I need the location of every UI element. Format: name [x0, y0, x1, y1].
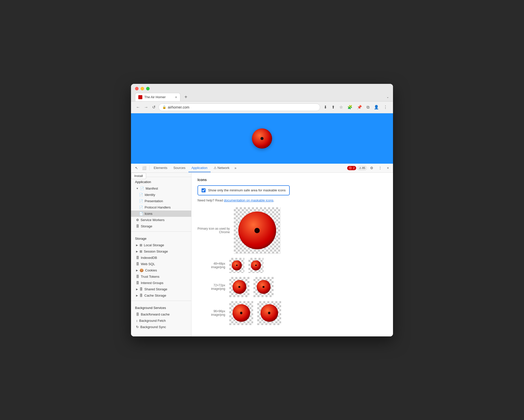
shared-storage-label: Shared Storage [144, 287, 167, 291]
forward-button[interactable]: → [143, 104, 149, 111]
icon-72-label: 72×72px image/png [198, 284, 225, 291]
icon-96-preview-2 [257, 301, 281, 325]
extension-icon-button[interactable]: 🧩 [346, 104, 354, 111]
icon-row-48: 48×48px image/png [198, 258, 387, 273]
icon-48-label: 48×48px image/png [198, 262, 225, 269]
url-text: airhorner.com [168, 105, 189, 109]
share-icon-button[interactable]: ⬆ [330, 104, 336, 111]
main-panel: Icons Show only the minimum safe area fo… [191, 173, 393, 336]
browser-tab[interactable]: The Air Horner × [135, 93, 180, 101]
cache-storage-arrow: ▶ [136, 294, 138, 297]
icon-48-preview-2 [248, 258, 264, 273]
cookies-arrow: ▶ [136, 269, 138, 272]
sidebar-item-presentation[interactable]: 📄 Presentation [131, 198, 191, 204]
sidebar-item-indexed-db[interactable]: 🗄 IndexedDB [131, 255, 191, 261]
primary-icon-label: Primary icon as used by Chrome [198, 227, 230, 234]
identity-label: Identity [145, 193, 155, 197]
cache-storage-label: Cache Storage [144, 294, 166, 297]
sidebar-item-shared-storage[interactable]: ▶ 🗄 Shared Storage [131, 286, 191, 292]
protocol-handlers-label: Protocol Handlers [145, 205, 171, 209]
indexed-db-label: IndexedDB [141, 256, 157, 260]
tab-application[interactable]: Application [188, 164, 211, 172]
tab-menu-arrow[interactable]: ⌄ [386, 95, 389, 99]
local-storage-label: Local Storage [144, 243, 164, 247]
maskable-icons-docs-link[interactable]: documentation on maskable icons [224, 198, 274, 202]
maximize-button[interactable] [146, 87, 150, 90]
maskable-icons-checkbox[interactable] [202, 188, 206, 192]
new-tab-button[interactable]: + [182, 93, 189, 101]
toolbar-separator [149, 165, 150, 170]
sidebar-item-icons[interactable]: 📄 Icons [131, 211, 191, 217]
web-sql-label: Web SQL [141, 262, 155, 266]
sidebar-item-interest-groups[interactable]: 🗄 Interest Groups [131, 280, 191, 286]
error-count: 🔴 2 [349, 166, 354, 170]
sidebar-item-service-workers[interactable]: ⚙ Service Workers [131, 217, 191, 223]
help-text: Need help? Read documentation on maskabl… [198, 198, 387, 202]
tab-sources[interactable]: Sources [170, 164, 188, 172]
tab-network[interactable]: ⚠ Network [211, 164, 233, 172]
sidebar-item-storage[interactable]: 🗄 Storage [131, 223, 191, 229]
device-toolbar-button[interactable]: ⬜ [140, 164, 148, 171]
icon-row-72: 72×72px image/png [198, 277, 387, 297]
star-icon-button[interactable]: ☆ [338, 104, 344, 111]
background-sync-icon: ↻ [136, 325, 139, 329]
devtools-tabs: Elements Sources Application ⚠ Network » [151, 164, 347, 172]
back-forward-cache-icon: 🗄 [136, 312, 139, 316]
title-bar: The Air Horner × + ⌄ [131, 84, 393, 101]
icons-grid: Primary icon as used by Chrome 48×48px i… [198, 207, 387, 325]
background-section-title: Background Services [131, 303, 191, 311]
web-sql-icon: 🗄 [136, 262, 139, 266]
manifest-icon: 📄 [140, 187, 144, 190]
maskable-icons-checkbox-container[interactable]: Show only the minimum safe area for mask… [198, 185, 290, 195]
reload-button[interactable]: ↺ [151, 104, 156, 111]
devtools-more-button[interactable]: ⋮ [376, 164, 384, 171]
url-bar[interactable]: 🔒 airhorner.com [158, 103, 320, 111]
trust-tokens-icon: 🗄 [136, 275, 139, 278]
sidebar-item-back-forward-cache[interactable]: 🗄 Back/forward cache [131, 311, 191, 318]
service-workers-icon: ⚙ [136, 218, 139, 222]
sidebar-item-session-storage[interactable]: ▶ ⊞ Session Storage [131, 248, 191, 255]
sidebar-item-manifest[interactable]: ▼ 📄 Manifest [131, 185, 191, 192]
sidebar-item-background-fetch[interactable]: ↕ Background Fetch [131, 318, 191, 324]
cookies-label: Cookies [145, 268, 157, 272]
sidebar-item-local-storage[interactable]: ▶ ⊞ Local Storage [131, 242, 191, 248]
browser-menu-button[interactable]: ⋮ [382, 104, 389, 111]
download-icon-button[interactable]: ⬇ [322, 104, 329, 111]
sidebar-item-cache-storage[interactable]: ▶ 🗄 Cache Storage [131, 292, 191, 299]
sidebar-item-trust-tokens[interactable]: 🗄 Trust Tokens [131, 273, 191, 280]
profile-button[interactable]: 👤 [372, 104, 380, 111]
inspect-element-button[interactable]: ↖ [133, 164, 140, 171]
more-tabs-button[interactable]: » [233, 164, 239, 171]
tab-title: The Air Horner [144, 95, 166, 99]
icons-label: Icons [145, 212, 152, 216]
sidebar-item-background-sync[interactable]: ↻ Background Sync [131, 324, 191, 330]
devtools-settings-button[interactable]: ⚙ [368, 164, 375, 171]
minimize-button[interactable] [141, 87, 144, 90]
icon-48-preview-1 [229, 258, 244, 273]
devtools-close-button[interactable]: × [385, 164, 391, 171]
trust-tokens-label: Trust Tokens [141, 275, 159, 278]
sidebar-item-identity[interactable]: 📄 Identity [131, 192, 191, 198]
install-button[interactable]: Install [131, 173, 146, 179]
devtools-body: Install Application ▼ 📄 Manifest 📄 Ident… [131, 173, 393, 336]
sidebar-item-cookies[interactable]: ▶ 🍪 Cookies [131, 267, 191, 273]
close-button[interactable] [135, 87, 139, 90]
back-button[interactable]: ← [135, 104, 141, 111]
sidebar-item-protocol-handlers[interactable]: 📄 Protocol Handlers [131, 204, 191, 211]
icon-48-airhorner-1 [232, 260, 242, 270]
tab-close-button[interactable]: × [175, 95, 177, 99]
icon-row-96: 96×96px image/png [198, 301, 387, 325]
presentation-icon: 📄 [139, 199, 143, 203]
devtools-sidebar: Install Application ▼ 📄 Manifest 📄 Ident… [131, 173, 191, 336]
pin-icon-button[interactable]: 📌 [355, 104, 364, 111]
presentation-label: Presentation [145, 199, 163, 203]
tab-elements[interactable]: Elements [151, 164, 170, 172]
sidebar-item-web-sql[interactable]: 🗄 Web SQL [131, 261, 191, 267]
split-view-button[interactable]: ⧉ [365, 104, 371, 111]
storage-icon: 🗄 [136, 224, 139, 228]
interest-groups-icon: 🗄 [136, 281, 139, 285]
local-storage-icon: ⊞ [140, 243, 142, 247]
icon-96-airhorner-1 [233, 304, 250, 322]
icon-72-airhorner-2 [257, 280, 271, 294]
primary-icon-preview [234, 207, 280, 254]
